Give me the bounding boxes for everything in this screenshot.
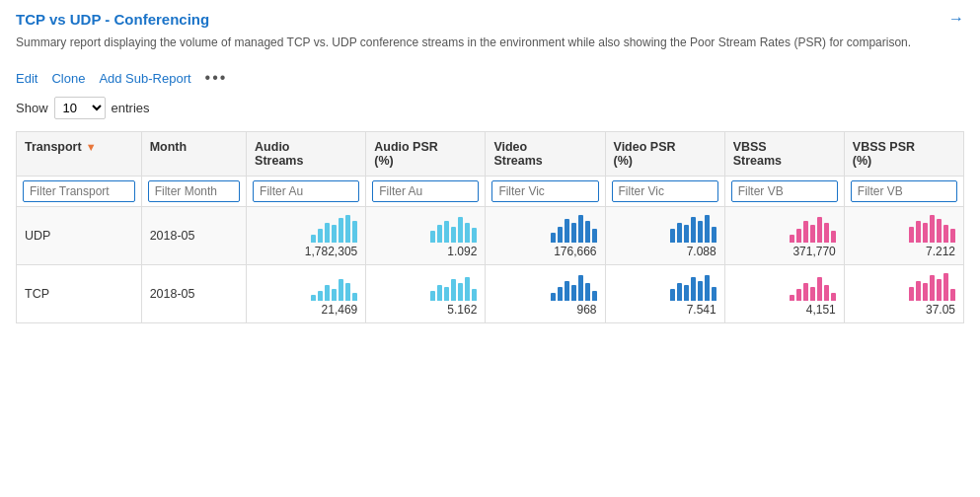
udp-video-streams-value: 176,666 bbox=[493, 245, 596, 258]
col-audio-psr: Audio PSR(%) bbox=[366, 132, 486, 177]
tcp-video-psr-value: 7.541 bbox=[614, 303, 716, 317]
table-row: UDP 2018-05 1,782,305 bbox=[17, 207, 964, 265]
udp-vbss-streams-value: 371,770 bbox=[733, 245, 836, 258]
more-options-button[interactable]: ••• bbox=[205, 69, 228, 87]
filter-vbss-psr-input[interactable] bbox=[851, 180, 957, 202]
udp-audio-streams-value: 1,782,305 bbox=[255, 245, 357, 258]
col-vbss-streams: VBSSStreams bbox=[724, 132, 844, 177]
data-table: Transport ▼ Month AudioStreams Audio PSR… bbox=[16, 131, 964, 323]
udp-audio-streams-cell: 1,782,305 bbox=[247, 207, 366, 265]
tcp-video-streams-cell: 968 bbox=[486, 265, 605, 323]
column-header-row: Transport ▼ Month AudioStreams Audio PSR… bbox=[17, 132, 964, 177]
edit-link[interactable]: Edit bbox=[16, 71, 38, 86]
filter-vbss-streams-cell bbox=[724, 177, 844, 207]
udp-vbss-psr-cell: 7.212 bbox=[844, 207, 963, 265]
tcp-audio-psr-cell: 5.162 bbox=[366, 265, 486, 323]
udp-audio-psr-chart bbox=[374, 213, 477, 243]
toolbar: Edit Clone Add Sub-Report ••• bbox=[16, 69, 964, 87]
filter-video-psr-input[interactable] bbox=[612, 180, 718, 202]
filter-vbss-psr-cell bbox=[844, 177, 963, 207]
filter-audio-psr-cell bbox=[366, 177, 486, 207]
tcp-vbss-psr-cell: 37.05 bbox=[844, 265, 963, 323]
filter-vbss-streams-input[interactable] bbox=[731, 180, 838, 202]
entries-select[interactable]: 10 25 50 100 bbox=[54, 97, 106, 119]
filter-transport-cell bbox=[17, 177, 142, 207]
col-video-streams: VideoStreams bbox=[486, 132, 605, 177]
col-vbss-psr: VBSS PSR(%) bbox=[844, 132, 963, 177]
show-label: Show bbox=[16, 101, 48, 115]
udp-video-psr-chart bbox=[614, 213, 716, 243]
filter-audio-streams-input[interactable] bbox=[253, 180, 359, 202]
add-sub-report-link[interactable]: Add Sub-Report bbox=[99, 71, 190, 86]
udp-video-psr-value: 7.088 bbox=[614, 245, 716, 258]
entries-label: entries bbox=[112, 101, 150, 115]
filter-video-psr-cell bbox=[605, 177, 724, 207]
filter-audio-psr-input[interactable] bbox=[372, 180, 479, 202]
filter-video-streams-cell bbox=[486, 177, 605, 207]
filter-row bbox=[17, 177, 964, 207]
col-transport: Transport ▼ bbox=[17, 132, 142, 177]
tcp-vbss-streams-cell: 4,151 bbox=[724, 265, 844, 323]
clone-link[interactable]: Clone bbox=[51, 71, 85, 86]
udp-vbss-streams-cell: 371,770 bbox=[724, 207, 844, 265]
page-description: Summary report displaying the volume of … bbox=[16, 34, 963, 51]
tcp-month-cell: 2018-05 bbox=[141, 265, 246, 323]
udp-video-psr-cell: 7.088 bbox=[605, 207, 724, 265]
col-audio-streams: AudioStreams bbox=[247, 132, 366, 177]
tcp-audio-streams-value: 21,469 bbox=[255, 303, 357, 317]
filter-transport-input[interactable] bbox=[23, 180, 135, 202]
page-title: TCP vs UDP - Conferencing bbox=[16, 11, 209, 28]
tcp-vbss-psr-chart bbox=[853, 271, 955, 301]
page-header: TCP vs UDP - Conferencing → bbox=[16, 10, 964, 28]
sort-icon[interactable]: ▼ bbox=[86, 141, 97, 153]
col-video-psr: Video PSR(%) bbox=[605, 132, 724, 177]
udp-vbss-streams-chart bbox=[733, 213, 836, 243]
tcp-video-streams-chart bbox=[493, 271, 596, 301]
tcp-video-psr-chart bbox=[614, 271, 716, 301]
col-month: Month bbox=[141, 132, 246, 177]
udp-audio-streams-chart bbox=[255, 213, 357, 243]
udp-transport-cell: UDP bbox=[17, 207, 142, 265]
filter-month-cell bbox=[141, 177, 246, 207]
tcp-transport-cell: TCP bbox=[17, 265, 142, 323]
tcp-audio-psr-value: 5.162 bbox=[374, 303, 477, 317]
tcp-audio-streams-cell: 21,469 bbox=[247, 265, 366, 323]
filter-month-input[interactable] bbox=[148, 180, 240, 202]
filter-video-streams-input[interactable] bbox=[491, 180, 598, 202]
table-row: TCP 2018-05 21,469 bbox=[17, 265, 964, 323]
col-transport-label: Transport bbox=[25, 140, 82, 154]
tcp-video-psr-cell: 7.541 bbox=[605, 265, 724, 323]
tcp-vbss-psr-value: 37.05 bbox=[853, 303, 955, 317]
udp-vbss-psr-value: 7.212 bbox=[853, 245, 955, 258]
udp-audio-psr-value: 1.092 bbox=[374, 245, 477, 258]
udp-vbss-psr-chart bbox=[853, 213, 955, 243]
tcp-audio-psr-chart bbox=[374, 271, 477, 301]
tcp-video-streams-value: 968 bbox=[493, 303, 596, 317]
tcp-vbss-streams-value: 4,151 bbox=[733, 303, 836, 317]
udp-month-cell: 2018-05 bbox=[141, 207, 246, 265]
udp-audio-psr-cell: 1.092 bbox=[366, 207, 486, 265]
nav-arrow-icon[interactable]: → bbox=[948, 10, 964, 28]
tcp-audio-streams-chart bbox=[255, 271, 357, 301]
show-entries-row: Show 10 25 50 100 entries bbox=[16, 97, 964, 119]
udp-video-streams-cell: 176,666 bbox=[486, 207, 605, 265]
filter-audio-streams-cell bbox=[247, 177, 366, 207]
tcp-vbss-streams-chart bbox=[733, 271, 836, 301]
udp-video-streams-chart bbox=[493, 213, 596, 243]
